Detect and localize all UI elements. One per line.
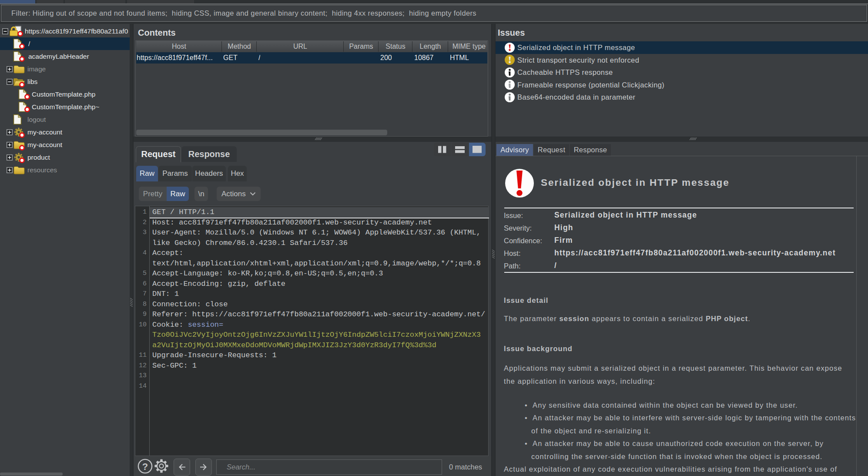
- svg-text:?: ?: [142, 461, 148, 472]
